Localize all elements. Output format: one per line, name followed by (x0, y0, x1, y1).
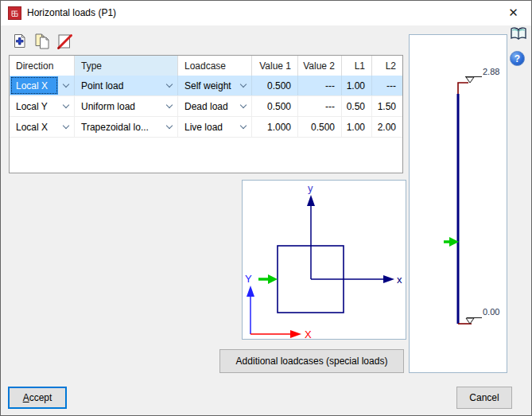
local-y-arrowhead (307, 195, 315, 206)
direction-value[interactable]: Local Y (10, 101, 58, 112)
direction-value[interactable]: Local X (10, 76, 58, 95)
elevation-diagram: 2.88 0.00 (410, 35, 507, 372)
direction-dropdown[interactable]: Local Y (10, 96, 75, 116)
l2-cell[interactable]: 1.50 (372, 96, 402, 116)
bottom-level-marker-icon (466, 318, 474, 324)
loadcase-dropdown[interactable]: Live load (178, 117, 252, 137)
app-logo-icon (8, 6, 21, 20)
top-level-marker-icon (466, 77, 474, 83)
table-header-row: Direction Type Loadcase Value 1 Value 2 … (10, 56, 402, 76)
loadcase-value[interactable]: Self weight (178, 80, 235, 91)
col-header-loadcase: Loadcase (178, 56, 252, 76)
col-header-l2: L2 (372, 56, 402, 76)
local-y-label: y (308, 182, 313, 194)
type-value[interactable]: Point load (75, 80, 161, 91)
type-value[interactable]: Trapezoidal lo... (75, 122, 161, 133)
title-bar: Horizontal loads (P1) ✕ (1, 1, 531, 25)
type-dropdown[interactable]: Point load (75, 76, 178, 95)
chevron-down-icon[interactable] (58, 96, 74, 116)
col-header-direction: Direction (10, 56, 75, 76)
manual-book-icon[interactable] (510, 26, 527, 41)
load-arrowhead (268, 274, 278, 284)
l2-cell[interactable]: 2.00 (372, 117, 402, 137)
global-x-arrowhead (290, 330, 301, 338)
horizontal-loads-dialog: Horizontal loads (P1) ✕ Direction Type L… (0, 0, 532, 416)
table-row: Local X Trapezoidal lo... Live load 1.00… (10, 117, 402, 138)
type-value[interactable]: Uniform load (75, 101, 161, 112)
cross-section-preview-panel: y x Y X (242, 180, 406, 340)
l1-cell[interactable]: 1.00 (342, 117, 372, 137)
type-dropdown[interactable]: Uniform load (75, 96, 178, 116)
elevation-preview-panel: 2.88 0.00 (409, 34, 507, 373)
loadcase-value[interactable]: Dead load (178, 101, 235, 112)
accept-mnemonic: A (23, 392, 29, 403)
help-icon[interactable]: ? (510, 51, 525, 66)
global-y-arrowhead (247, 286, 254, 297)
top-support-line (458, 83, 468, 94)
direction-dropdown[interactable]: Local X (10, 117, 75, 137)
cross-section-diagram: y x Y X (243, 181, 406, 339)
value1-cell[interactable]: 0.500 (252, 76, 298, 95)
col-header-type: Type (75, 56, 178, 76)
bottom-level-value: 0.00 (483, 307, 499, 317)
loadcase-dropdown[interactable]: Dead load (178, 96, 252, 116)
accept-label-rest: ccept (29, 392, 52, 403)
col-header-value2: Value 2 (298, 56, 342, 76)
direction-dropdown[interactable]: Local X (10, 76, 75, 95)
close-button[interactable]: ✕ (495, 1, 531, 25)
chevron-down-icon[interactable] (235, 76, 251, 95)
col-header-value1: Value 1 (252, 56, 298, 76)
local-x-label: x (397, 274, 402, 286)
chevron-down-icon[interactable] (235, 96, 251, 116)
l2-cell[interactable]: --- (372, 76, 402, 95)
value2-cell[interactable]: --- (298, 96, 342, 116)
global-y-label: Y (245, 273, 252, 285)
table-row: Local X Point load Self weight 0.500 ---… (10, 76, 402, 96)
value2-cell[interactable]: 0.500 (298, 117, 342, 137)
value1-cell[interactable]: 0.500 (252, 96, 298, 116)
accept-button[interactable]: Accept (8, 387, 67, 409)
chevron-down-icon[interactable] (58, 76, 74, 95)
additional-loadcases-button[interactable]: Additional loadcases (special loads) (219, 349, 404, 373)
add-row-icon[interactable] (10, 32, 29, 51)
loads-table: Direction Type Loadcase Value 1 Value 2 … (9, 55, 403, 173)
col-header-l1: L1 (342, 56, 372, 76)
local-x-arrowhead (383, 275, 394, 283)
top-level-value: 2.88 (483, 67, 499, 76)
loadcase-value[interactable]: Live load (178, 122, 235, 133)
value2-cell[interactable]: --- (298, 76, 342, 95)
chevron-down-icon[interactable] (235, 117, 251, 137)
loadcase-dropdown[interactable]: Self weight (178, 76, 252, 95)
l1-cell[interactable]: 1.00 (342, 76, 372, 95)
table-row: Local Y Uniform load Dead load 0.500 ---… (10, 96, 402, 117)
chevron-down-icon[interactable] (161, 96, 177, 116)
window-title: Horizontal loads (P1) (27, 7, 116, 18)
chevron-down-icon[interactable] (161, 76, 177, 95)
value1-cell[interactable]: 1.000 (252, 117, 298, 137)
chevron-down-icon[interactable] (58, 117, 74, 137)
direction-value[interactable]: Local X (10, 122, 58, 133)
copy-row-icon[interactable] (33, 32, 52, 51)
global-x-label: X (305, 329, 312, 339)
l1-cell[interactable]: 0.50 (342, 96, 372, 116)
delete-row-icon[interactable] (55, 32, 74, 51)
type-dropdown[interactable]: Trapezoidal lo... (75, 117, 178, 137)
cancel-button[interactable]: Cancel (456, 387, 512, 409)
chevron-down-icon[interactable] (161, 117, 177, 137)
